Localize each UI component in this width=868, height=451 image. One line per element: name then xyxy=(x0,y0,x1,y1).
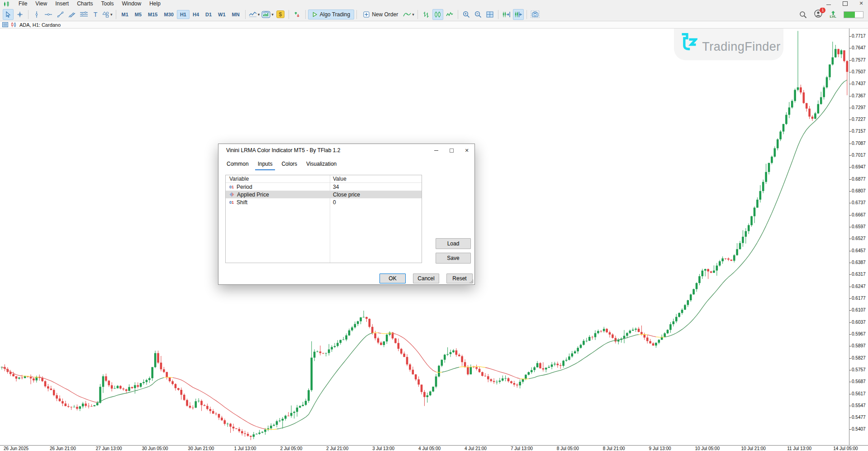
tile-windows-button[interactable] xyxy=(484,9,495,20)
profile-button[interactable]: 1 xyxy=(814,10,822,19)
candle-body xyxy=(215,414,217,414)
candle-body xyxy=(62,401,64,403)
line-chart-type-button[interactable] xyxy=(444,9,455,20)
menu-help[interactable]: Help xyxy=(145,0,165,8)
menu-insert[interactable]: Insert xyxy=(51,0,73,8)
candle-body xyxy=(808,109,811,117)
timeframe-m5-button[interactable]: M5 xyxy=(132,10,145,19)
crosshair-tool-button[interactable] xyxy=(14,9,25,20)
dialog-minimize-icon[interactable] xyxy=(428,144,444,156)
window-restore-icon[interactable] xyxy=(842,1,848,6)
menu-view[interactable]: View xyxy=(31,0,51,8)
candle-body xyxy=(171,381,174,384)
shapes-tool-button[interactable]: ▾ xyxy=(102,9,113,20)
zoom-in-button[interactable] xyxy=(461,9,472,20)
vertical-line-tool-button[interactable] xyxy=(31,9,42,20)
cursor-tool-button[interactable] xyxy=(3,9,14,20)
menu-tools[interactable]: Tools xyxy=(97,0,118,8)
table-row-shift[interactable]: 01 Shift 0 xyxy=(226,198,422,206)
cancel-button[interactable]: Cancel xyxy=(413,273,439,283)
zoom-out-button[interactable] xyxy=(473,9,484,20)
price-tick xyxy=(849,84,851,84)
candle-body xyxy=(189,406,191,408)
chart-symbol-label: ADA, H1: Cardano xyxy=(19,22,61,28)
price-tick xyxy=(849,36,851,37)
timeframe-w1-button[interactable]: W1 xyxy=(215,10,229,19)
toolbar: T ▾ M1 M5 M15 M30 H1 H4 D1 W1 MN ▾ ▾ $ A… xyxy=(0,8,868,21)
tab-colors[interactable]: Colors xyxy=(279,159,300,170)
timeframe-m15-button[interactable]: M15 xyxy=(145,10,161,19)
timeframe-h4-button[interactable]: H4 xyxy=(190,10,202,19)
candle-body xyxy=(545,368,547,369)
equidistant-lines-tool-button[interactable] xyxy=(78,9,89,20)
bar-chart-type-button[interactable] xyxy=(421,9,432,20)
chart-tab[interactable]: ADA, H1: Cardano xyxy=(0,21,868,29)
save-button[interactable]: Save xyxy=(436,253,471,264)
candle-body xyxy=(452,350,455,352)
dialog-close-icon[interactable]: ✕ xyxy=(459,144,474,156)
load-button[interactable]: Load xyxy=(436,238,471,249)
window-minimize-icon[interactable] xyxy=(825,1,832,6)
currency-dollar-button[interactable]: $ xyxy=(275,9,286,20)
new-order-button[interactable]: New Order xyxy=(359,10,402,19)
variable-value[interactable]: Close price xyxy=(330,192,360,198)
tab-visualization[interactable]: Visualization xyxy=(304,159,339,170)
candle-body xyxy=(525,375,527,379)
timeframe-h1-button[interactable]: H1 xyxy=(177,10,190,19)
candle-body xyxy=(551,365,553,367)
window-close-icon[interactable]: ✕ xyxy=(858,1,864,6)
candle-body xyxy=(108,381,110,385)
dialog-titlebar[interactable]: Vinini LRMA Color Indicator MT5 - By TFl… xyxy=(218,144,474,157)
tick-arrows-button[interactable] xyxy=(292,9,303,20)
menu-charts[interactable]: Charts xyxy=(73,0,97,8)
search-icon[interactable] xyxy=(799,11,807,19)
candle-body xyxy=(479,369,481,372)
timeframe-m1-button[interactable]: M1 xyxy=(119,10,132,19)
candle-body xyxy=(238,429,241,431)
price-tick xyxy=(849,144,851,144)
candle-body xyxy=(53,390,55,395)
candle-body xyxy=(15,376,18,379)
variable-value[interactable]: 34 xyxy=(330,184,339,190)
indicator-window-button[interactable]: ▾ xyxy=(261,9,274,20)
candle-body xyxy=(247,434,249,436)
function-curve-button[interactable]: ▾ xyxy=(403,9,415,20)
candle-body xyxy=(814,113,816,119)
candle-body xyxy=(794,90,796,101)
reset-button[interactable]: Reset xyxy=(446,273,473,283)
timeframe-d1-button[interactable]: D1 xyxy=(202,10,215,19)
menu-window[interactable]: Window xyxy=(118,0,146,8)
candle-body xyxy=(664,333,666,337)
candle-body xyxy=(586,341,588,341)
table-row-period[interactable]: 01 Period 34 xyxy=(226,183,422,191)
chart-shift-button[interactable] xyxy=(513,9,524,20)
candle-body xyxy=(806,103,808,109)
resize-grip-icon[interactable] xyxy=(470,279,474,283)
candle-body xyxy=(504,378,507,379)
candle-body xyxy=(316,351,318,352)
text-tool-button[interactable]: T xyxy=(90,9,101,20)
level-indicator[interactable]: LVL xyxy=(830,11,836,19)
trendline-tool-button[interactable] xyxy=(55,9,66,20)
indicators-list-button[interactable]: ▾ xyxy=(248,9,261,20)
timeframe-m30-button[interactable]: M30 xyxy=(161,10,177,19)
candle-body xyxy=(85,403,87,406)
price-axis-label: 0.7227 xyxy=(852,117,866,122)
tab-common[interactable]: Common xyxy=(224,159,251,170)
dialog-maximize-icon[interactable] xyxy=(444,144,459,156)
price-axis[interactable]: 0.77170.76470.75770.75070.74370.73670.72… xyxy=(849,29,868,445)
time-axis[interactable]: 26 Jun 202526 Jun 21:0027 Jun 13:0030 Ju… xyxy=(0,445,868,451)
algo-trading-button[interactable]: Algo Trading xyxy=(308,10,354,19)
shift-end-button[interactable] xyxy=(501,9,512,20)
menu-file[interactable]: File xyxy=(14,0,31,8)
candlestick-chart-type-button[interactable] xyxy=(432,9,443,20)
channel-tool-button[interactable] xyxy=(66,9,77,20)
price-axis-label: 0.5967 xyxy=(852,331,866,336)
table-row-applied-price[interactable]: Applied Price Close price xyxy=(226,191,422,198)
variable-value[interactable]: 0 xyxy=(330,199,336,206)
ok-button[interactable]: OK xyxy=(379,273,406,283)
tab-inputs[interactable]: Inputs xyxy=(255,159,275,170)
timeframe-mn-button[interactable]: MN xyxy=(229,10,243,19)
screenshot-camera-button[interactable] xyxy=(530,9,541,20)
horizontal-line-tool-button[interactable] xyxy=(43,9,54,20)
